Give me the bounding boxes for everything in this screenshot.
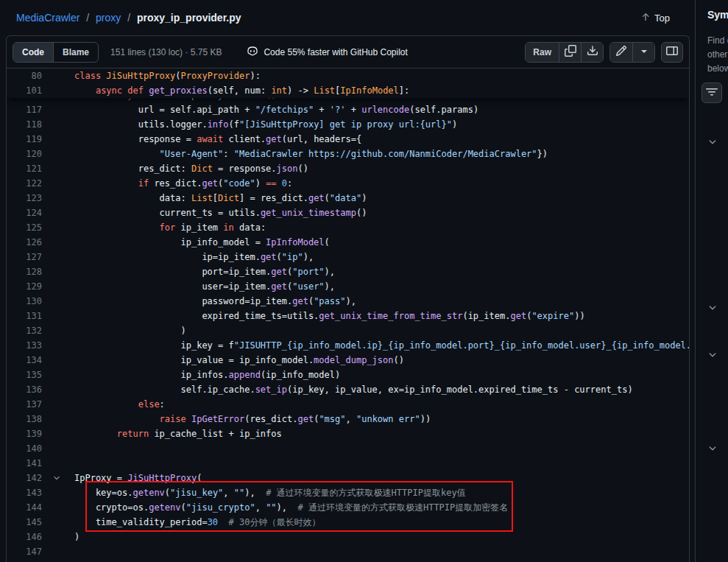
breadcrumb-separator: / — [86, 12, 89, 24]
code-line: 140 — [7, 441, 689, 456]
collapse-chevron-icon[interactable] — [52, 474, 61, 482]
copy-icon — [565, 45, 576, 59]
code-text: IpProxy = JiSuHttpProxy( — [42, 471, 202, 485]
code-text: ) — [42, 530, 79, 544]
line-number[interactable]: 132 — [7, 323, 42, 338]
symbols-panel-title: Symbols — [707, 9, 728, 21]
code-line: 127 ip=ip_item.get("ip"), — [7, 250, 689, 264]
code-line: 120 "User-Agent": "MediaCrawler https://… — [7, 147, 689, 161]
line-number[interactable]: 145 — [7, 515, 42, 530]
triangle-down-icon — [638, 45, 650, 59]
code-text: return ip_cache_list + ip_infos — [42, 426, 282, 441]
line-number[interactable]: 117 — [7, 102, 42, 117]
line-number[interactable]: 141 — [7, 456, 42, 471]
code-lines: 116 async with httpx.AsyncClient() as cl… — [7, 88, 689, 559]
line-number[interactable]: 133 — [7, 338, 42, 353]
symbols-panel: Symbols Find definitions and references … — [695, 0, 728, 562]
line-number[interactable]: 137 — [7, 397, 42, 412]
breadcrumb: MediaCrawler / proxy / proxy_ip_provider… — [16, 12, 241, 24]
line-number[interactable]: 122 — [7, 176, 42, 191]
edit-button[interactable] — [610, 43, 632, 62]
line-number[interactable]: 140 — [7, 441, 42, 456]
download-button[interactable] — [581, 43, 603, 62]
code-text: ip_key = f"JISUHTTP_{ip_info_model.ip}_{… — [42, 338, 689, 353]
arrow-up-icon — [640, 12, 651, 24]
code-text: else: — [42, 397, 165, 412]
raw-button[interactable]: Raw — [526, 43, 559, 62]
copilot-banner[interactable]: Code 55% faster with GitHub Copilot — [247, 45, 407, 59]
code-text: res_dict: Dict = response.json() — [42, 161, 308, 176]
edit-group — [609, 42, 655, 63]
line-number[interactable]: 127 — [7, 250, 42, 264]
tab-blame[interactable]: Blame — [54, 43, 98, 62]
symbols-section-chevron-icon[interactable] — [707, 303, 718, 313]
github-file-view: MediaCrawler / proxy / proxy_ip_provider… — [0, 0, 728, 562]
code-text: if res_dict.get("code") == 0: — [42, 176, 292, 191]
code-line: 135 ip_infos.append(ip_info_model) — [7, 368, 689, 382]
code-text: for ip_item in data: — [42, 220, 266, 235]
code-area: 116 async with httpx.AsyncClient() as cl… — [7, 69, 689, 562]
line-number[interactable]: 123 — [7, 191, 42, 206]
copy-button[interactable] — [559, 43, 581, 62]
symbols-section-chevron-icon[interactable] — [707, 443, 718, 454]
code-text: password=ip_item.get("pass"), — [42, 294, 356, 309]
line-number[interactable]: 143 — [7, 485, 42, 500]
code-text: async def get_proxies(self, num: int) ->… — [42, 83, 409, 98]
line-number[interactable]: 101 — [7, 83, 42, 98]
code-line: 131 expired_time_ts=utils.get_unix_time_… — [7, 309, 689, 323]
line-number[interactable]: 142 — [7, 471, 42, 485]
line-number[interactable]: 118 — [7, 117, 42, 132]
code-line: 134 ip_value = ip_info_model.model_dump_… — [7, 353, 689, 368]
sticky-context-lines: 80class JiSuHttpProxy(ProxyProvider):101… — [7, 69, 689, 98]
breadcrumb-dir-link[interactable]: proxy — [96, 12, 121, 24]
symbols-section-chevron-icon[interactable] — [707, 137, 718, 147]
line-number[interactable]: 131 — [7, 309, 42, 323]
file-meta-text: 151 lines (130 loc) · 5.75 KB — [110, 47, 222, 57]
line-number[interactable]: 139 — [7, 426, 42, 441]
code-line: 146) — [7, 530, 689, 544]
code-text — [42, 544, 74, 559]
line-number[interactable]: 138 — [7, 412, 42, 426]
code-line: 125 for ip_item in data: — [7, 220, 689, 235]
code-line: 147 — [7, 544, 689, 559]
code-line: 144 crypto=os.getenv("jisu_crypto", ""),… — [7, 500, 689, 515]
line-number[interactable]: 129 — [7, 279, 42, 294]
code-blame-switcher: Code Blame — [13, 42, 99, 63]
line-number[interactable]: 135 — [7, 368, 42, 382]
symbols-panel-toggle-button[interactable] — [661, 42, 683, 63]
line-number[interactable]: 121 — [7, 161, 42, 176]
line-number[interactable]: 130 — [7, 294, 42, 309]
code-text: ip_infos.append(ip_info_model) — [42, 368, 340, 382]
line-number[interactable]: 144 — [7, 500, 42, 515]
code-text: response = await client.get(url, headers… — [42, 132, 361, 147]
back-to-top-link[interactable]: Top — [640, 12, 670, 24]
edit-dropdown-button[interactable] — [632, 43, 654, 62]
file-header: MediaCrawler / proxy / proxy_ip_provider… — [0, 0, 695, 35]
line-number[interactable]: 136 — [7, 382, 42, 397]
line-number[interactable]: 119 — [7, 132, 42, 147]
code-text: ip=ip_item.get("ip"), — [42, 250, 314, 264]
symbols-filter-button[interactable] — [702, 82, 722, 103]
line-number[interactable]: 124 — [7, 206, 42, 220]
code-line: 119 response = await client.get(url, hea… — [7, 132, 689, 147]
line-number[interactable]: 128 — [7, 264, 42, 279]
code-line: 129 user=ip_item.get("user"), — [7, 279, 689, 294]
code-line: 80class JiSuHttpProxy(ProxyProvider): — [7, 69, 689, 83]
line-number[interactable]: 126 — [7, 235, 42, 250]
code-line: 118 utils.logger.info(f"[JiSuHttpProxy] … — [7, 117, 689, 132]
line-number[interactable]: 146 — [7, 530, 42, 544]
code-text: utils.logger.info(f"[JiSuHttpProxy] get … — [42, 117, 457, 132]
line-number[interactable]: 80 — [7, 69, 42, 83]
line-number[interactable]: 147 — [7, 544, 42, 559]
line-number[interactable]: 120 — [7, 147, 42, 161]
code-line: 138 raise IpGetError(res_dict.get("msg",… — [7, 412, 689, 426]
tab-code[interactable]: Code — [13, 43, 54, 62]
symbols-section-chevron-icon[interactable] — [707, 350, 718, 360]
line-number[interactable]: 125 — [7, 220, 42, 235]
line-number[interactable]: 134 — [7, 353, 42, 368]
code-text: self.ip_cache.set_ip(ip_key, ip_value, e… — [42, 382, 633, 397]
symbols-panel-icon — [666, 45, 678, 59]
code-text: expired_time_ts=utils.get_unix_time_from… — [42, 309, 585, 323]
code-line: 141 — [7, 456, 689, 471]
breadcrumb-repo-link[interactable]: MediaCrawler — [16, 12, 79, 24]
